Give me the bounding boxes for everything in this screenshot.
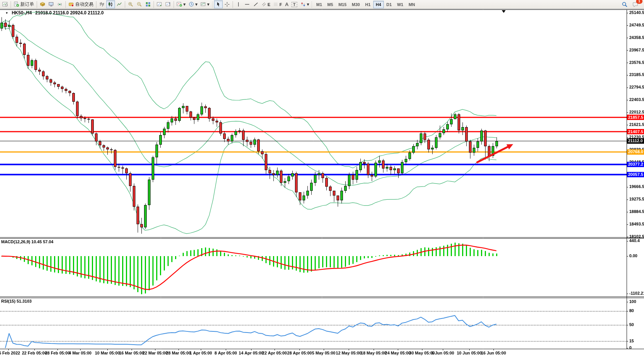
- line-chart-mode-button[interactable]: [115, 0, 124, 8]
- timeframe-m30-button[interactable]: M30: [349, 1, 362, 8]
- terminal-button[interactable]: [47, 0, 56, 8]
- toolbar-separator: [65, 1, 66, 8]
- add-indicator-icon: [177, 2, 182, 7]
- timeframe-mn-button[interactable]: MN: [406, 1, 417, 8]
- chart-shift-button[interactable]: [164, 0, 172, 8]
- period-button[interactable]: ▾: [187, 0, 199, 8]
- fibonacci-tool-button[interactable]: F: [272, 0, 284, 8]
- dropdown-arrow-icon: ▾: [307, 2, 309, 7]
- channel-tool-button[interactable]: E: [260, 0, 272, 8]
- autotrading-icon: [68, 2, 74, 7]
- symbol-dropdown-icon[interactable]: ▼: [5, 11, 8, 15]
- add-indicator-button[interactable]: ▾: [175, 0, 187, 8]
- toolbar-separator: [174, 1, 174, 8]
- package-icon: [40, 2, 45, 7]
- dropdown-arrow-icon: ▾: [183, 2, 186, 7]
- zoom-in-icon: [128, 2, 133, 7]
- notification-count-badge[interactable]: 1: [636, 0, 642, 4]
- zoom-out-button[interactable]: [135, 0, 144, 8]
- timeframe-w1-button[interactable]: W1: [394, 1, 406, 8]
- toolbar-drag-handle[interactable]: [212, 1, 213, 8]
- toolbar-drag-handle[interactable]: [311, 1, 313, 8]
- tile-windows-button[interactable]: [144, 0, 152, 8]
- trendline-tool-button[interactable]: [251, 0, 260, 8]
- arrows-icon: [300, 2, 306, 7]
- timeframe-m5-button[interactable]: M5: [325, 1, 336, 8]
- text-label-icon: T: [292, 2, 297, 7]
- timeframe-m1-button[interactable]: M1: [313, 1, 324, 8]
- macd-indicator-label: MACD(12,26,9) 10.45 57.04: [1, 239, 53, 244]
- search-icon: [622, 2, 628, 8]
- cursor-tool-button[interactable]: [214, 0, 223, 8]
- candlestick-mode-button[interactable]: [106, 0, 115, 8]
- chart-canvas[interactable]: [0, 9, 644, 359]
- zoom-in-button[interactable]: [126, 0, 135, 8]
- dropdown-arrow-icon: ▾: [207, 2, 209, 7]
- timeframe-h4-button[interactable]: H4: [373, 1, 384, 8]
- timeframe-m15-button[interactable]: M15: [336, 1, 349, 8]
- text-tool-button[interactable]: A: [284, 0, 290, 8]
- crosshair-icon: [224, 2, 230, 7]
- timeframe-d1-button[interactable]: D1: [384, 1, 394, 8]
- chart-title[interactable]: ▼ HK50-,H4 21018.0 21116.0 20924.0 21112…: [5, 10, 104, 16]
- template-icon: [200, 2, 206, 7]
- arrows-tool-button[interactable]: ▾: [299, 0, 311, 8]
- autotrading-button[interactable]: 自动交易: [67, 0, 95, 8]
- timeframe-h1-button[interactable]: H1: [363, 1, 373, 8]
- channel-glyph: E: [268, 2, 270, 7]
- terminal-icon: [48, 2, 54, 7]
- chart-symbol-period: HK50-,H4: [12, 10, 32, 16]
- rsi-indicator-label: RSI(15) 51.3103: [1, 299, 32, 303]
- toolbar-separator: [154, 1, 154, 8]
- tile-windows-icon: [145, 2, 151, 7]
- cursor-icon: [216, 2, 221, 7]
- chart-ohlc-values: 21018.0 21116.0 20924.0 21112.0: [35, 10, 104, 16]
- trendline-icon: [253, 2, 259, 7]
- new-chart-button[interactable]: [1, 0, 9, 8]
- line-chart-icon: [116, 2, 122, 7]
- new-chart-icon: [2, 2, 8, 7]
- new-order-icon: [14, 2, 19, 7]
- text-tool-glyph: A: [285, 2, 289, 7]
- indicator-window-icon: [157, 2, 162, 7]
- signal-icon: [57, 2, 63, 7]
- new-order-label: 新订单: [20, 1, 34, 8]
- fibonacci-icon: [273, 2, 278, 7]
- horizontal-line-tool-button[interactable]: [243, 0, 251, 8]
- vertical-line-icon: [236, 2, 241, 7]
- strategy-tester-button[interactable]: [38, 0, 47, 8]
- vertical-line-tool-button[interactable]: [234, 0, 243, 8]
- signal-button[interactable]: [56, 0, 64, 8]
- bar-chart-mode-button[interactable]: [98, 0, 106, 8]
- main-toolbar: 新订单 自动交易: [0, 0, 644, 9]
- search-button[interactable]: [620, 0, 629, 8]
- crosshair-tool-button[interactable]: [223, 0, 231, 8]
- bar-chart-icon: [99, 2, 105, 7]
- candlestick-icon: [108, 2, 113, 7]
- toolbar-separator: [11, 1, 11, 8]
- toolbar-separator: [233, 1, 233, 8]
- template-button[interactable]: ▾: [199, 0, 211, 8]
- text-label-tool-button[interactable]: T: [290, 0, 299, 8]
- fibonacci-glyph: F: [279, 2, 282, 7]
- toolbar-separator: [96, 1, 96, 8]
- dropdown-arrow-icon: ▾: [196, 2, 198, 7]
- autotrading-label: 自动交易: [75, 1, 93, 8]
- channel-icon: [262, 2, 267, 7]
- new-order-button[interactable]: 新订单: [12, 0, 36, 8]
- indicator-window-button[interactable]: [155, 0, 164, 8]
- zoom-out-icon: [137, 2, 142, 7]
- toolbar-separator: [125, 1, 125, 8]
- horizontal-line-icon: [244, 2, 250, 7]
- toolbar-separator: [37, 1, 37, 8]
- trading-platform-window: 新订单 自动交易: [0, 0, 644, 359]
- chart-shift-icon: [165, 2, 171, 7]
- clock-icon: [189, 2, 194, 7]
